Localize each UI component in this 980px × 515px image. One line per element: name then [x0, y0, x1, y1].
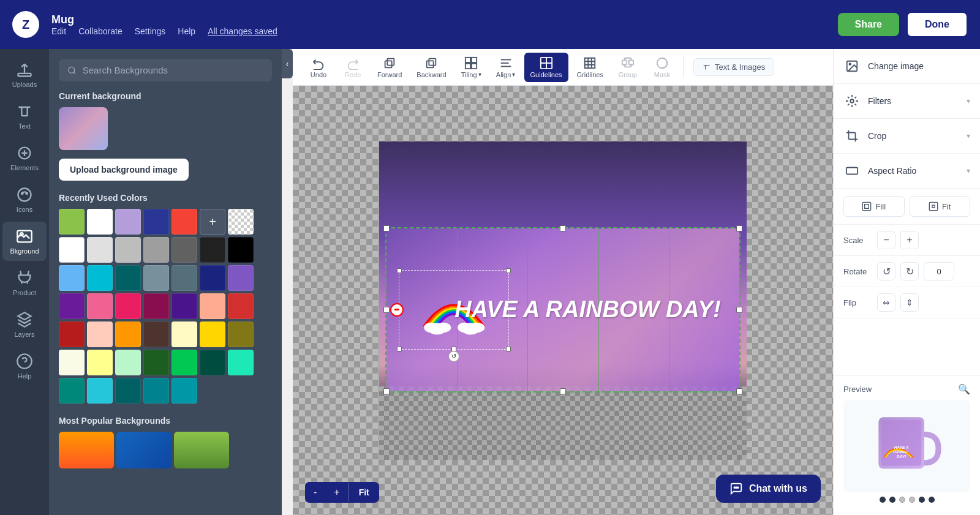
color-swatch[interactable] — [228, 265, 254, 291]
resize-handle-tr[interactable] — [506, 268, 511, 273]
preview-dot-5[interactable] — [919, 497, 925, 503]
chat-button[interactable]: Chat with us — [716, 475, 821, 503]
color-swatch[interactable] — [172, 350, 197, 375]
design-box[interactable]: ↺ HAVE A RAINBOW DAY! — [385, 227, 741, 393]
color-swatch[interactable] — [115, 237, 141, 263]
add-color-button[interactable]: + — [200, 209, 225, 235]
preview-dot-1[interactable] — [880, 497, 886, 503]
color-swatch[interactable] — [172, 378, 197, 404]
color-swatch[interactable] — [200, 293, 225, 319]
selection-handle-bl[interactable] — [383, 388, 390, 394]
color-swatch[interactable] — [200, 237, 225, 263]
color-swatch[interactable] — [228, 350, 254, 375]
color-swatch[interactable] — [228, 293, 254, 319]
menu-edit[interactable]: Edit — [51, 26, 66, 36]
resize-handle-bl[interactable] — [397, 347, 402, 351]
collapse-panel-button[interactable]: ‹ — [282, 49, 293, 78]
color-swatch[interactable] — [87, 321, 113, 347]
crop-section[interactable]: Crop ▾ — [834, 119, 980, 154]
color-swatch[interactable] — [143, 265, 169, 291]
selection-handle-tr[interactable] — [736, 225, 742, 231]
undo-button[interactable]: Undo — [303, 53, 334, 82]
flip-horizontal-button[interactable]: ⇔ — [877, 293, 895, 312]
color-swatch[interactable] — [115, 265, 141, 291]
gridlines-button[interactable]: Gridlines — [571, 53, 609, 82]
preview-dot-4[interactable] — [909, 497, 915, 503]
menu-help[interactable]: Help — [178, 26, 195, 36]
color-swatch[interactable] — [143, 350, 169, 375]
color-swatch[interactable] — [172, 265, 197, 291]
menu-collaborate[interactable]: Collaborate — [78, 26, 123, 36]
color-swatch[interactable] — [87, 378, 113, 404]
aspect-ratio-section[interactable]: Aspect Ratio ▾ — [834, 154, 980, 189]
color-swatch[interactable] — [200, 321, 225, 347]
done-button[interactable]: Done — [907, 12, 968, 37]
fit-image-button[interactable]: Fit — [910, 196, 971, 217]
menu-settings[interactable]: Settings — [135, 26, 166, 36]
selection-handle-tl[interactable] — [383, 225, 390, 231]
selection-handle-lm[interactable] — [383, 307, 390, 313]
color-swatch[interactable] — [59, 265, 85, 291]
scale-plus-button[interactable]: + — [900, 231, 919, 249]
mask-button[interactable]: Mask — [646, 53, 678, 82]
color-swatch[interactable] — [59, 378, 85, 404]
search-input[interactable] — [83, 65, 263, 75]
group-button[interactable]: Group — [612, 53, 644, 82]
preview-dot-2[interactable] — [889, 497, 895, 503]
selection-handle-rm[interactable] — [736, 307, 742, 313]
sidebar-item-elements[interactable]: Elements — [2, 138, 47, 178]
sidebar-item-uploads[interactable]: Uploads — [2, 55, 47, 94]
preview-dot-3[interactable] — [899, 497, 905, 503]
sidebar-item-background[interactable]: Bkground — [2, 222, 47, 261]
rotate-handle[interactable]: ↺ — [448, 351, 459, 362]
share-button[interactable]: Share — [838, 13, 899, 36]
color-swatch[interactable] — [115, 378, 141, 404]
color-swatch[interactable] — [143, 209, 169, 235]
color-swatch[interactable] — [200, 265, 225, 291]
backward-button[interactable]: Backward — [410, 53, 452, 82]
popular-bg-1[interactable] — [59, 432, 114, 468]
preview-search-icon[interactable]: 🔍 — [958, 383, 970, 395]
color-swatch[interactable] — [172, 237, 197, 263]
align-button[interactable]: Align ▾ — [490, 53, 522, 82]
text-images-tab[interactable]: Text & Images — [693, 58, 774, 76]
resize-handle-br[interactable] — [506, 347, 511, 351]
color-swatch[interactable] — [87, 237, 113, 263]
color-swatch[interactable] — [59, 237, 85, 263]
color-swatch[interactable] — [228, 237, 254, 263]
logo[interactable]: Z — [12, 11, 39, 38]
color-swatch[interactable] — [59, 293, 85, 319]
color-swatch[interactable] — [172, 321, 197, 347]
fill-button[interactable]: Fill — [843, 196, 905, 217]
search-bar[interactable] — [59, 59, 272, 81]
color-swatch[interactable] — [87, 350, 113, 375]
flip-vertical-button[interactable]: ⇕ — [900, 293, 919, 312]
color-swatch[interactable] — [59, 350, 85, 375]
tiling-button[interactable]: Tiling ▾ — [455, 53, 488, 82]
color-swatch[interactable] — [59, 209, 85, 235]
color-swatch[interactable] — [87, 293, 113, 319]
color-swatch[interactable] — [115, 293, 141, 319]
sidebar-item-help[interactable]: Help — [2, 347, 47, 386]
selection-handle-bm[interactable] — [560, 388, 566, 394]
rotate-left-button[interactable]: ↺ — [877, 262, 895, 280]
color-swatch[interactable] — [115, 209, 141, 235]
filters-section[interactable]: Filters ▾ — [834, 84, 980, 119]
color-swatch[interactable] — [115, 350, 141, 375]
rotate-right-button[interactable]: ↻ — [900, 262, 919, 280]
change-image-section[interactable]: Change image — [834, 49, 980, 84]
color-swatch[interactable] — [143, 237, 169, 263]
color-swatch[interactable] — [172, 209, 197, 235]
color-swatch[interactable] — [143, 293, 169, 319]
sidebar-item-layers[interactable]: Layers — [2, 305, 47, 344]
color-swatch[interactable] — [200, 350, 225, 375]
selection-handle-tm[interactable] — [560, 225, 566, 231]
popular-bg-3[interactable] — [174, 432, 229, 468]
guidelines-button[interactable]: Guidelines — [524, 53, 568, 82]
resize-handle-tl[interactable] — [397, 268, 402, 273]
sidebar-item-icons[interactable]: Icons — [2, 180, 47, 219]
color-swatch[interactable] — [172, 293, 197, 319]
color-swatch[interactable] — [143, 378, 169, 404]
color-swatch[interactable] — [59, 321, 85, 347]
zoom-in-button[interactable]: + — [325, 482, 348, 503]
